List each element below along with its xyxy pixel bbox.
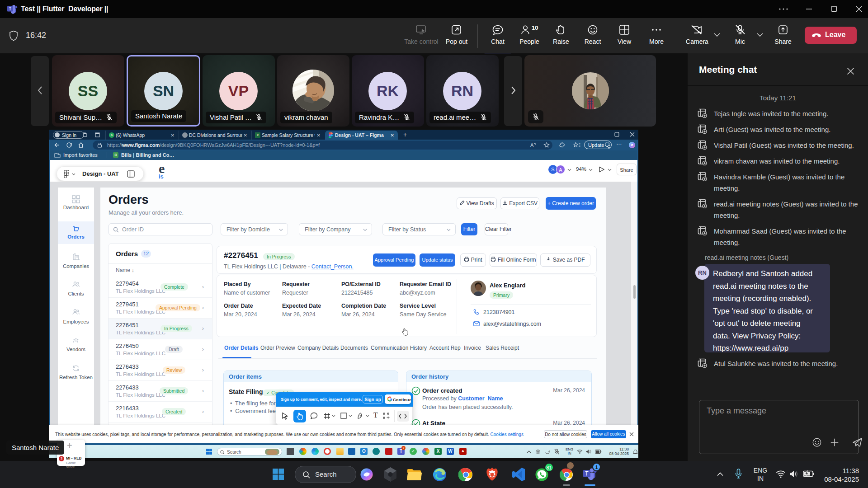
svg-text:10: 10 (532, 24, 538, 31)
svg-text:A: A (530, 142, 534, 148)
